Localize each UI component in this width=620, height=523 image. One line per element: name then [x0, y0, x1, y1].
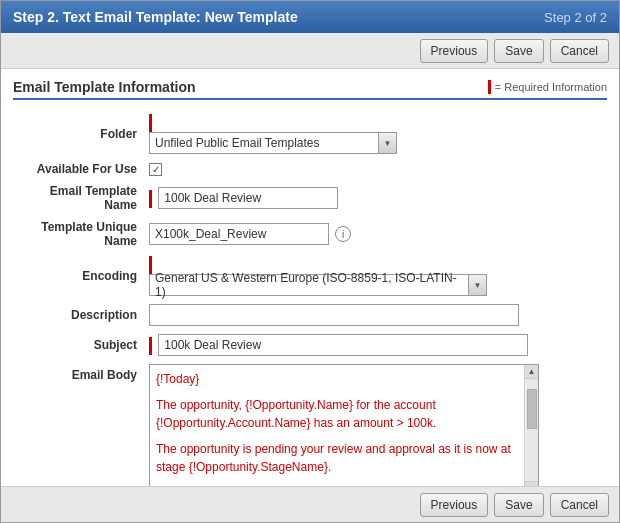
folder-select-text[interactable]: Unfiled Public Email Templates [149, 132, 379, 154]
page-title: Step 2. Text Email Template: New Templat… [13, 9, 298, 25]
encoding-label: Encoding [13, 252, 143, 300]
scrollbar-thumb[interactable] [527, 389, 537, 429]
bottom-save-button[interactable]: Save [494, 493, 543, 517]
subject-value-cell [143, 330, 607, 360]
required-bar-icon [488, 80, 491, 94]
section-header: Email Template Information = Required In… [13, 79, 607, 100]
scrollbar-down-button[interactable]: ▼ [525, 481, 539, 486]
email-body-line3: The opportunity is pending your review a… [156, 440, 518, 476]
encoding-row: Encoding General US & Western Europe (IS… [13, 252, 607, 300]
template-name-input[interactable] [158, 187, 338, 209]
subject-label: Subject [13, 330, 143, 360]
form-table: Folder Unfiled Public Email Templates Av… [13, 110, 607, 486]
page-header: Step 2. Text Email Template: New Templat… [1, 1, 619, 33]
content-area: Email Template Information = Required In… [1, 69, 619, 486]
page-wrapper: Step 2. Text Email Template: New Templat… [0, 0, 620, 523]
description-row: Description [13, 300, 607, 330]
encoding-select-text[interactable]: General US & Western Europe (ISO-8859-1,… [149, 274, 469, 296]
top-cancel-button[interactable]: Cancel [550, 39, 609, 63]
email-body-wrapper[interactable]: {!Today} The opportunity, {!Opportunity.… [149, 364, 539, 486]
subject-input[interactable] [158, 334, 528, 356]
template-name-value-cell [143, 180, 607, 216]
folder-label: Folder [13, 110, 143, 158]
unique-name-value-cell: i [143, 216, 607, 252]
bottom-cancel-button[interactable]: Cancel [550, 493, 609, 517]
description-label: Description [13, 300, 143, 330]
unique-name-wrapper: i [149, 223, 601, 245]
unique-name-input[interactable] [149, 223, 329, 245]
template-name-row: Email Template Name [13, 180, 607, 216]
description-input[interactable] [149, 304, 519, 326]
top-toolbar: Previous Save Cancel [1, 33, 619, 69]
folder-wrapper: Unfiled Public Email Templates [149, 132, 601, 154]
email-body-today: {!Today} [156, 370, 518, 388]
folder-required-indicator [149, 114, 152, 132]
email-body-line2: The opportunity, {!Opportunity.Name} for… [156, 396, 518, 432]
top-previous-button[interactable]: Previous [420, 39, 489, 63]
required-legend: = Required Information [488, 80, 607, 94]
step-indicator: Step 2 of 2 [544, 10, 607, 25]
email-body-text: {!Today} The opportunity, {!Opportunity.… [150, 365, 524, 486]
info-icon[interactable]: i [335, 226, 351, 242]
available-value-cell [143, 158, 607, 180]
top-save-button[interactable]: Save [494, 39, 543, 63]
available-checkbox[interactable] [149, 163, 162, 176]
encoding-wrapper: General US & Western Europe (ISO-8859-1,… [149, 274, 601, 296]
email-body-scrollbar: ▲ ▼ [524, 365, 538, 486]
email-body-row: Email Body {!Today} The opportunity, {!O… [13, 360, 607, 486]
email-body-value-cell: {!Today} The opportunity, {!Opportunity.… [143, 360, 607, 486]
folder-row: Folder Unfiled Public Email Templates [13, 110, 607, 158]
email-body-label: Email Body [13, 360, 143, 486]
bottom-toolbar: Previous Save Cancel [1, 486, 619, 522]
description-value-cell [143, 300, 607, 330]
folder-dropdown-arrow[interactable] [379, 132, 397, 154]
subject-row: Subject [13, 330, 607, 360]
encoding-value-cell: General US & Western Europe (ISO-8859-1,… [143, 252, 607, 300]
scrollbar-track [526, 379, 538, 481]
bottom-previous-button[interactable]: Previous [420, 493, 489, 517]
unique-name-row: Template Unique Name i [13, 216, 607, 252]
unique-name-label: Template Unique Name [13, 216, 143, 252]
available-row: Available For Use [13, 158, 607, 180]
section-title: Email Template Information [13, 79, 196, 95]
scrollbar-up-button[interactable]: ▲ [525, 365, 539, 379]
template-name-label: Email Template Name [13, 180, 143, 216]
template-name-required [149, 190, 152, 208]
available-label: Available For Use [13, 158, 143, 180]
subject-required [149, 337, 152, 355]
folder-value-cell: Unfiled Public Email Templates [143, 110, 607, 158]
encoding-required [149, 256, 152, 274]
encoding-dropdown-arrow[interactable] [469, 274, 487, 296]
required-text: = Required Information [495, 81, 607, 93]
